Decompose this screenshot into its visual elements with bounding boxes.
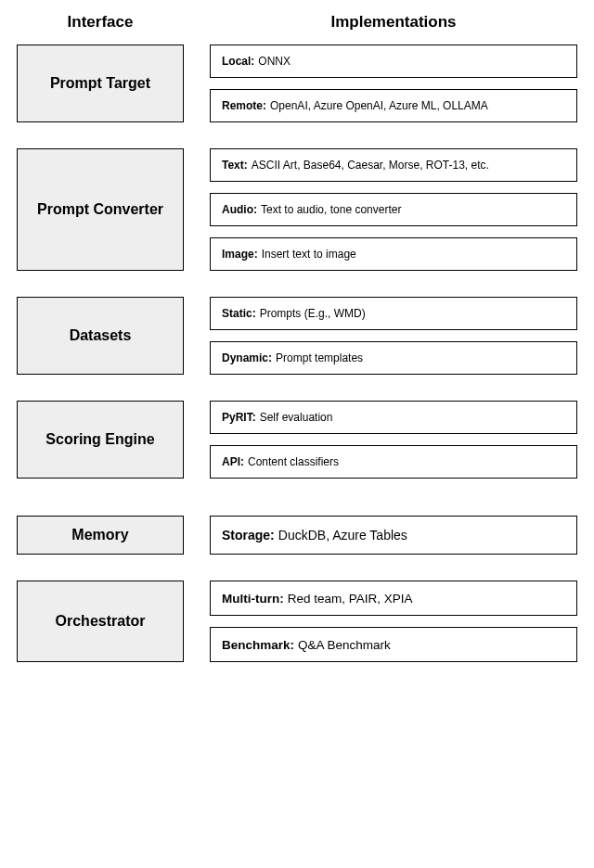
impl-value: Red team, PAIR, XPIA xyxy=(288,592,413,606)
impl-value: Q&A Benchmark xyxy=(298,638,391,652)
impl-label: Image: xyxy=(222,248,258,261)
interface-label: Prompt Converter xyxy=(37,200,163,219)
impl-box: Dynamic: Prompt templates xyxy=(210,341,577,375)
impl-value: Content classifiers xyxy=(248,455,339,468)
impl-box: Image: Insert text to image xyxy=(210,237,577,271)
interface-label: Scoring Engine xyxy=(45,430,154,449)
impl-group-prompt-converter: Text: ASCII Art, Base64, Caesar, Morse, … xyxy=(210,148,577,271)
impl-label: Local: xyxy=(222,55,254,68)
impl-label: Multi-turn: xyxy=(222,592,284,606)
impl-label: Storage: xyxy=(222,528,275,542)
impl-box: Local: ONNX xyxy=(210,45,577,78)
interface-label: Orchestrator xyxy=(56,612,146,631)
interface-box-prompt-target: Prompt Target xyxy=(17,45,184,122)
impl-box: Multi-turn: Red team, PAIR, XPIA xyxy=(210,581,577,616)
interface-box-memory: Memory xyxy=(17,516,184,555)
impl-label: Audio: xyxy=(222,203,257,216)
impl-value: Prompts (E.g., WMD) xyxy=(260,307,366,320)
impl-box: Text: ASCII Art, Base64, Caesar, Morse, … xyxy=(210,148,577,182)
implementations-header: Implementations xyxy=(210,13,577,32)
impl-box: PyRIT: Self evaluation xyxy=(210,401,577,434)
impl-box: Audio: Text to audio, tone converter xyxy=(210,193,577,226)
impl-group-memory: Storage: DuckDB, Azure Tables xyxy=(210,516,577,555)
impl-label: Remote: xyxy=(222,99,266,112)
impl-value: OpenAI, Azure OpenAI, Azure ML, OLLAMA xyxy=(270,99,488,112)
interface-label: Prompt Target xyxy=(50,74,150,93)
impl-value: ASCII Art, Base64, Caesar, Morse, ROT-13… xyxy=(252,159,489,172)
impl-box: Remote: OpenAI, Azure OpenAI, Azure ML, … xyxy=(210,89,577,122)
impl-group-datasets: Static: Prompts (E.g., WMD) Dynamic: Pro… xyxy=(210,297,577,375)
diagram-container: Interface Prompt Target Prompt Converter… xyxy=(17,13,577,662)
impl-value: ONNX xyxy=(258,55,291,68)
interface-column: Interface Prompt Target Prompt Converter… xyxy=(17,13,184,662)
impl-box: Static: Prompts (E.g., WMD) xyxy=(210,297,577,330)
impl-label: Text: xyxy=(222,159,248,172)
interface-label: Datasets xyxy=(70,326,132,345)
interface-box-prompt-converter: Prompt Converter xyxy=(17,148,184,271)
impl-label: Static: xyxy=(222,307,256,320)
interface-box-scoring-engine: Scoring Engine xyxy=(17,401,184,479)
interface-header: Interface xyxy=(17,13,184,32)
impl-label: PyRIT: xyxy=(222,411,256,424)
impl-value: Prompt templates xyxy=(276,351,363,364)
impl-group-orchestrator: Multi-turn: Red team, PAIR, XPIA Benchma… xyxy=(210,581,577,662)
impl-value: DuckDB, Azure Tables xyxy=(278,528,407,542)
impl-group-scoring-engine: PyRIT: Self evaluation API: Content clas… xyxy=(210,401,577,479)
interface-label: Memory xyxy=(71,526,128,544)
interface-box-datasets: Datasets xyxy=(17,297,184,375)
impl-box: Storage: DuckDB, Azure Tables xyxy=(210,516,577,555)
impl-value: Self evaluation xyxy=(260,411,333,424)
impl-label: API: xyxy=(222,455,244,468)
impl-value: Text to audio, tone converter xyxy=(261,203,401,216)
impl-group-prompt-target: Local: ONNX Remote: OpenAI, Azure OpenAI… xyxy=(210,45,577,122)
impl-label: Benchmark: xyxy=(222,638,294,652)
impl-value: Insert text to image xyxy=(262,248,356,261)
interface-box-orchestrator: Orchestrator xyxy=(17,581,184,662)
impl-box: Benchmark: Q&A Benchmark xyxy=(210,627,577,662)
impl-label: Dynamic: xyxy=(222,351,272,364)
impl-box: API: Content classifiers xyxy=(210,445,577,479)
implementations-column: Implementations Local: ONNX Remote: Open… xyxy=(210,13,577,662)
